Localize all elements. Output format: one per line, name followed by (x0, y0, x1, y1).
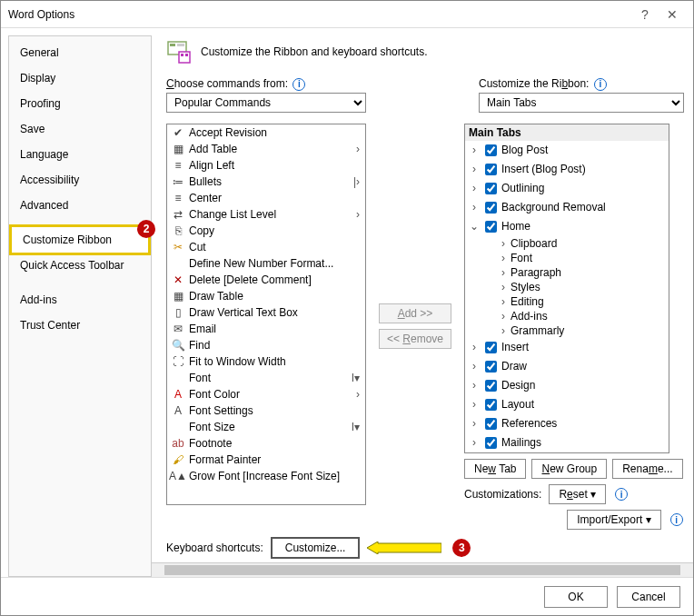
list-item: ▦Add Table› (167, 141, 365, 157)
sidebar-item-display[interactable]: Display (9, 65, 151, 91)
sidebar-item-proofing[interactable]: Proofing (9, 91, 151, 116)
tree-node: ›Draw (465, 357, 669, 376)
reset-button[interactable]: Reset ▾ (549, 484, 606, 504)
list-item: ≔Bullets|› (167, 174, 365, 190)
customize-ribbon-icon (166, 39, 192, 65)
list-item: AFont Settings (167, 402, 365, 419)
customizations-label: Customizations: (464, 488, 541, 501)
tree-node: ›Insert (465, 338, 669, 357)
list-item: 🖌Format Painter (167, 452, 365, 468)
list-item: 🔍Find (167, 337, 365, 353)
svg-marker-6 (367, 541, 441, 554)
add-button: Add >> (379, 303, 451, 323)
sidebar-item-accessibility[interactable]: Accessibility (9, 167, 151, 193)
tree-node: ›Paragraph (465, 265, 669, 280)
horizontal-scrollbar[interactable] (152, 562, 693, 577)
tree-node: ›Styles (465, 280, 669, 294)
tree-header: Main Tabs (465, 124, 669, 141)
list-item: ▯Draw Vertical Text Box (167, 304, 365, 321)
dialog-footer: OK Cancel (1, 577, 693, 615)
titlebar: Word Options ? ✕ (1, 1, 693, 28)
info-icon[interactable]: i (594, 78, 607, 91)
tree-node: ›Editing (465, 294, 669, 309)
sidebar-item-general[interactable]: General (9, 40, 151, 65)
list-item: AFont Color› (167, 386, 365, 402)
new-group-button[interactable]: New Group (531, 459, 607, 479)
svg-rect-4 (181, 54, 183, 56)
list-item: ≡Align Left (167, 157, 365, 174)
tree-node: ›Grammarly (465, 323, 669, 338)
info-icon[interactable]: i (670, 513, 683, 526)
main-panel: Customize the Ribbon and keyboard shortc… (152, 35, 693, 577)
list-item: ✂Cut (167, 239, 365, 255)
keyboard-shortcuts-label: Keyboard shortcuts: (166, 541, 263, 554)
help-button[interactable]: ? (631, 7, 659, 22)
list-item: ⇄Change List Level› (167, 206, 365, 223)
dialog-title: Word Options (8, 8, 74, 21)
tree-node: ›Outlining (465, 179, 669, 198)
tree-node: ›Design (465, 376, 669, 395)
annotation-arrow (367, 541, 441, 554)
list-item: ▦Draw Table (167, 288, 365, 304)
svg-rect-3 (179, 52, 190, 63)
tree-node: ›Add-ins (465, 309, 669, 323)
svg-rect-5 (185, 54, 188, 56)
rename-button[interactable]: Rename... (612, 459, 682, 479)
tree-node: ›Layout (465, 395, 669, 414)
customize-keyboard-button[interactable]: Customize... (271, 537, 361, 559)
annotation-badge-3: 3 (452, 539, 471, 557)
list-item: ≡Center (167, 190, 365, 206)
sidebar-item-add-ins[interactable]: Add-ins (9, 287, 151, 313)
customize-ribbon-label: Customize the Ribbon: i (479, 77, 684, 91)
customize-ribbon-combo[interactable]: Main Tabs (479, 93, 684, 113)
list-item: ⎘Copy (167, 223, 365, 239)
sidebar-item-save[interactable]: Save (9, 116, 151, 142)
list-item: FontI▾ (167, 370, 365, 386)
tree-node: ›References (465, 414, 669, 433)
info-icon[interactable]: i (615, 488, 628, 501)
ribbon-tree[interactable]: Main Tabs ›Blog Post ›Insert (Blog Post)… (464, 124, 669, 454)
list-item: ✉Email (167, 321, 365, 337)
list-item: A▲Grow Font [Increase Font Size] (167, 468, 365, 484)
list-item: ⛶Fit to Window Width (167, 353, 365, 370)
sidebar-item-quick-access-toolbar[interactable]: Quick Access Toolbar (9, 253, 151, 278)
list-item: ✕Delete [Delete Comment] (167, 272, 365, 288)
ok-button[interactable]: OK (544, 586, 608, 608)
tree-node: ›Font (465, 251, 669, 265)
sidebar-item-advanced[interactable]: Advanced (9, 193, 151, 218)
svg-rect-1 (170, 44, 175, 46)
choose-commands-combo[interactable]: Popular Commands (166, 93, 366, 113)
cancel-button[interactable]: Cancel (617, 586, 680, 608)
tree-node: ›Insert (Blog Post) (465, 160, 669, 179)
list-item: Font SizeI▾ (167, 419, 365, 435)
list-item: Define New Number Format... (167, 255, 365, 272)
sidebar-item-customize-ribbon[interactable]: Customize Ribbon 2 (9, 224, 151, 255)
new-tab-button[interactable]: New Tab (464, 459, 526, 479)
choose-commands-label: Choose commands from: i (166, 77, 366, 91)
close-button[interactable]: ✕ (659, 7, 686, 22)
svg-rect-2 (177, 44, 184, 46)
category-sidebar: General Display Proofing Save Language A… (8, 35, 152, 577)
page-heading: Customize the Ribbon and keyboard shortc… (201, 45, 427, 58)
tree-node: ›Mailings (465, 433, 669, 452)
list-item: ✔Accept Revision (167, 124, 365, 141)
commands-listbox[interactable]: ✔Accept Revision ▦Add Table› ≡Align Left… (166, 124, 366, 505)
sidebar-item-language[interactable]: Language (9, 142, 151, 167)
remove-button: << Remove (379, 329, 451, 349)
word-options-dialog: Word Options ? ✕ General Display Proofin… (0, 0, 694, 616)
tree-node-home: ⌄Home (465, 217, 669, 236)
tree-node: ›Background Removal (465, 198, 669, 217)
import-export-button[interactable]: Import/Export ▾ (567, 510, 660, 530)
tree-node: ›Clipboard (465, 236, 669, 251)
list-item: abFootnote (167, 435, 365, 452)
tree-node: ›Blog Post (465, 141, 669, 160)
info-icon[interactable]: i (292, 78, 305, 91)
sidebar-item-trust-center[interactable]: Trust Center (9, 313, 151, 338)
